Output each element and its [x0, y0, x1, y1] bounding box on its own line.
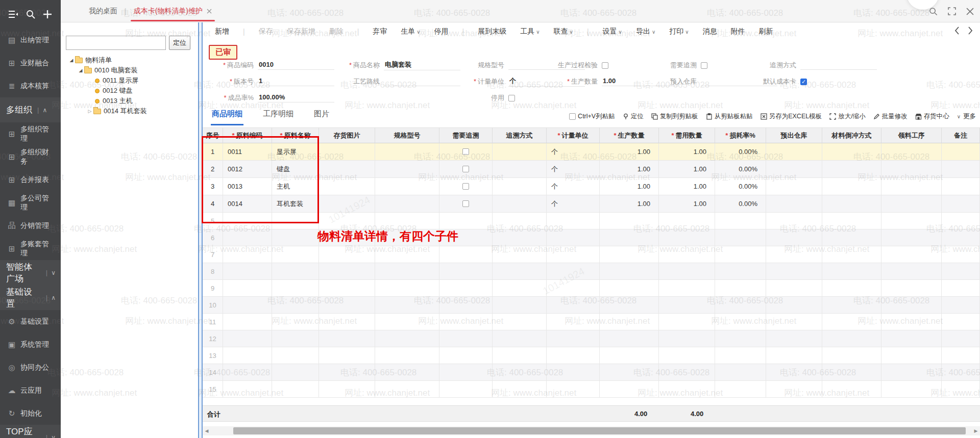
cell-规格型号[interactable] [375, 213, 439, 229]
cell-需要追溯[interactable] [439, 143, 493, 161]
cell-原料名称[interactable]: 主机 [272, 178, 319, 195]
cell-存货图片[interactable] [319, 381, 375, 398]
cell-领料工序[interactable] [881, 263, 942, 280]
field-value[interactable] [800, 61, 877, 70]
checkbox-停用[interactable] [508, 95, 515, 101]
cell-领料工序[interactable] [881, 314, 942, 330]
cell-备注[interactable] [942, 297, 980, 314]
cell-需要追溯[interactable] [439, 347, 493, 364]
cell-规格型号[interactable] [375, 381, 439, 398]
cell-需用数量[interactable] [659, 347, 715, 364]
cell-规格型号[interactable] [375, 347, 439, 364]
checkbox-trace[interactable] [462, 200, 469, 207]
cell-损耗率%[interactable]: 0.00% [715, 143, 766, 161]
scroll-right-icon[interactable]: ▶ [972, 426, 980, 435]
cell-损耗率%[interactable]: 0.00% [715, 161, 766, 178]
cell-存货图片[interactable] [319, 314, 375, 330]
cell-领料工序[interactable] [881, 143, 942, 161]
cell-需用数量[interactable] [659, 229, 715, 246]
cell-追溯方式[interactable] [493, 195, 547, 213]
cell-原料名称[interactable]: 显示屏 [272, 143, 319, 161]
cell-领料工序[interactable] [881, 297, 942, 314]
cell-原料名称[interactable] [272, 330, 319, 347]
tab-active[interactable]: 成本卡(物料清单)维护 [129, 0, 217, 22]
cell-序号[interactable]: 11 [203, 314, 223, 330]
column-header-需用数量[interactable]: *需用数量 [659, 127, 715, 143]
column-header-领料工序[interactable]: 领料工序 [881, 127, 942, 143]
column-header-追溯方式[interactable]: 追溯方式 [493, 127, 547, 143]
cell-备注[interactable] [942, 161, 980, 178]
chevron-down-icon[interactable]: ∨ [51, 269, 56, 276]
cell-序号[interactable]: 15 [203, 381, 223, 398]
cell-规格型号[interactable] [375, 229, 439, 246]
column-header-损耗率%[interactable]: *损耗率% [715, 127, 766, 143]
cell-备注[interactable] [942, 178, 980, 195]
checkbox-trace[interactable] [462, 183, 469, 190]
cell-追溯方式[interactable] [493, 280, 547, 297]
tree-node[interactable]: 0013 主机 [61, 96, 198, 106]
cell-损耗率%[interactable] [715, 229, 766, 246]
cell-损耗率%[interactable] [715, 263, 766, 280]
cell-生产数量[interactable] [600, 213, 659, 229]
cell-预出仓库[interactable] [766, 161, 822, 178]
cell-生产数量[interactable] [600, 314, 659, 330]
toolbar-button-生单[interactable]: 生单∨ [401, 27, 420, 36]
column-header-生产数量[interactable]: *生产数量 [600, 127, 659, 143]
sidebar-section[interactable]: 基础设置|∧ [0, 285, 61, 310]
cell-需要追溯[interactable] [439, 314, 493, 330]
grid-toolbar-放大/缩小[interactable]: 放大/缩小 [829, 112, 865, 121]
sidebar-item[interactable]: ◎协同办公 [0, 356, 61, 379]
cell-序号[interactable]: 12 [203, 330, 223, 347]
sidebar-item[interactable]: ☁云应用 [0, 379, 61, 402]
cell-损耗率%[interactable] [715, 314, 766, 330]
cell-追溯方式[interactable] [493, 314, 547, 330]
column-header-计量单位[interactable]: *计量单位 [547, 127, 600, 143]
cell-需用数量[interactable] [659, 280, 715, 297]
cell-生产数量[interactable] [600, 229, 659, 246]
cell-需用数量[interactable]: 1.00 [659, 161, 715, 178]
cell-领料工序[interactable] [881, 195, 942, 213]
cell-计量单位[interactable] [547, 297, 600, 314]
cell-生产数量[interactable] [600, 297, 659, 314]
tree-search-input[interactable] [66, 36, 166, 50]
cell-备注[interactable] [942, 229, 980, 246]
toolbar-button-设置[interactable]: 设置∨ [603, 27, 622, 36]
cell-损耗率%[interactable] [715, 246, 766, 263]
cell-计量单位[interactable] [547, 246, 600, 263]
cell-计量单位[interactable] [547, 364, 600, 381]
column-header-备注[interactable]: 备注 [942, 127, 980, 143]
toolbar-button-打印[interactable]: 打印∨ [669, 27, 689, 36]
cell-领料工序[interactable] [881, 330, 942, 347]
cell-原料编码[interactable] [223, 280, 272, 297]
toolbar-button-展到末级[interactable]: 展到末级 [478, 27, 506, 36]
cell-原料名称[interactable] [272, 297, 319, 314]
menu-icon[interactable] [7, 8, 19, 20]
cell-生产数量[interactable] [600, 381, 659, 398]
expander-closed-icon[interactable]: ▷ [86, 109, 93, 114]
tab-close-icon[interactable] [207, 9, 212, 14]
cell-损耗率%[interactable] [715, 347, 766, 364]
column-header-规格型号[interactable]: 规格型号 [375, 127, 439, 143]
cell-材料倒冲方式[interactable] [822, 347, 881, 364]
cell-追溯方式[interactable] [493, 297, 547, 314]
cell-追溯方式[interactable] [493, 229, 547, 246]
cell-损耗率%[interactable] [715, 364, 766, 381]
sidebar-item[interactable]: ⊞多组织管理 [0, 122, 61, 145]
cell-损耗率%[interactable] [715, 381, 766, 398]
cell-需要追溯[interactable] [439, 381, 493, 398]
cell-追溯方式[interactable] [493, 143, 547, 161]
cell-备注[interactable] [942, 364, 980, 381]
cell-原料名称[interactable]: 耳机套装 [272, 195, 319, 213]
column-header-需要追溯[interactable]: 需要追溯 [439, 127, 493, 143]
cell-原料名称[interactable] [272, 381, 319, 398]
cell-材料倒冲方式[interactable] [822, 143, 881, 161]
cell-领料工序[interactable] [881, 229, 942, 246]
cell-序号[interactable]: 6 [203, 229, 223, 246]
cell-需要追溯[interactable] [439, 229, 493, 246]
cell-序号[interactable]: 10 [203, 297, 223, 314]
sidebar-section[interactable]: 智能体广场|∨ [0, 260, 61, 285]
cell-原料编码[interactable] [223, 246, 272, 263]
cell-备注[interactable] [942, 381, 980, 398]
search-icon[interactable] [24, 8, 37, 20]
cell-材料倒冲方式[interactable] [822, 381, 881, 398]
